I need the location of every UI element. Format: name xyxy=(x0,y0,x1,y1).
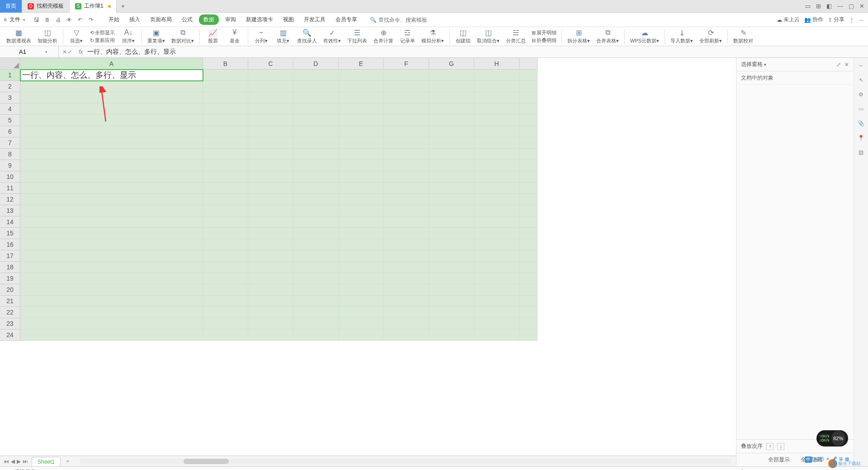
cell-G1[interactable] xyxy=(429,70,474,81)
row-header-18[interactable]: 18 xyxy=(0,262,20,273)
cell-H15[interactable] xyxy=(474,228,519,239)
cell-A16[interactable] xyxy=(20,239,203,250)
cell-H1[interactable] xyxy=(474,70,519,81)
row-header-15[interactable]: 15 xyxy=(0,228,20,239)
cell-B16[interactable] xyxy=(203,239,248,250)
cell-F12[interactable] xyxy=(384,194,429,205)
menu-tab-2[interactable]: 页面布局 xyxy=(146,14,175,25)
cell-G16[interactable] xyxy=(429,239,474,250)
menu-tab-0[interactable]: 开始 xyxy=(105,14,123,25)
btn-compare[interactable]: ⧉数据对比▾ xyxy=(169,28,197,45)
btn-split[interactable]: ⫟分列▾ xyxy=(251,28,272,45)
cell-D13[interactable] xyxy=(293,205,339,216)
cell-H10[interactable] xyxy=(474,171,519,183)
cell-B3[interactable] xyxy=(203,92,248,103)
cell-D21[interactable] xyxy=(293,296,339,307)
row-header-24[interactable]: 24 xyxy=(0,329,20,341)
cell-C20[interactable] xyxy=(248,284,293,296)
command-search-input[interactable] xyxy=(378,17,442,23)
btn-subtotal[interactable]: ☱分类汇总 xyxy=(503,28,528,45)
add-sheet-icon[interactable]: ＋ xyxy=(61,457,75,465)
cell-B14[interactable] xyxy=(203,216,248,228)
cell-H16[interactable] xyxy=(474,239,519,250)
row-header-6[interactable]: 6 xyxy=(0,126,20,137)
btn-fill[interactable]: ▥填充▾ xyxy=(273,28,293,45)
row-header-7[interactable]: 7 xyxy=(0,137,20,149)
cloud-status[interactable]: ☁未上云 xyxy=(777,16,800,24)
cell-D12[interactable] xyxy=(293,194,339,205)
cell-G3[interactable] xyxy=(429,92,474,103)
cell-H5[interactable] xyxy=(474,115,519,126)
btn-group[interactable]: ◫创建组 xyxy=(453,28,473,45)
cell-G6[interactable] xyxy=(429,126,474,137)
row-header-14[interactable]: 14 xyxy=(0,216,20,228)
cell-F7[interactable] xyxy=(384,137,429,149)
cell-E8[interactable] xyxy=(339,149,384,160)
cell-C17[interactable] xyxy=(248,250,293,262)
btn-filter[interactable]: ▽筛选▾ xyxy=(66,28,87,45)
cell-C2[interactable] xyxy=(248,81,293,92)
cell-H24[interactable] xyxy=(474,329,519,341)
nav-last-icon[interactable]: ⏭ xyxy=(23,458,28,465)
cell-D6[interactable] xyxy=(293,126,339,137)
command-search[interactable]: 🔍 xyxy=(370,17,442,23)
cell-E1[interactable] xyxy=(339,70,384,81)
row-header-10[interactable]: 10 xyxy=(0,171,20,183)
cell-B19[interactable] xyxy=(203,273,248,284)
menu-tab-4[interactable]: 数据 xyxy=(199,14,219,25)
col-header-C[interactable]: C xyxy=(248,58,293,70)
lang-icon[interactable]: 中▾ xyxy=(740,468,748,470)
btn-consol[interactable]: ⊕合并计算 xyxy=(371,28,396,45)
row-header-1[interactable]: 1 xyxy=(0,70,20,81)
name-box-input[interactable] xyxy=(0,48,45,55)
cell-H17[interactable] xyxy=(474,250,519,262)
cell-A18[interactable] xyxy=(20,262,203,273)
cell-F1[interactable] xyxy=(384,70,429,81)
cell-A11[interactable] xyxy=(20,183,203,194)
cell-D18[interactable] xyxy=(293,262,339,273)
row-header-9[interactable]: 9 xyxy=(0,160,20,171)
col-header-H[interactable]: H xyxy=(474,58,519,70)
cell-B8[interactable] xyxy=(203,149,248,160)
rstrip-select-icon[interactable]: ↔ xyxy=(859,62,864,69)
cell-C3[interactable] xyxy=(248,92,293,103)
cell-A7[interactable] xyxy=(20,137,203,149)
btn-expand[interactable]: ⊞展开明细 xyxy=(529,29,559,37)
row-header-13[interactable]: 13 xyxy=(0,205,20,216)
cell-E2[interactable] xyxy=(339,81,384,92)
row-header-3[interactable]: 3 xyxy=(0,92,20,103)
cell-H20[interactable] xyxy=(474,284,519,296)
cell-F6[interactable] xyxy=(384,126,429,137)
cell-B5[interactable] xyxy=(203,115,248,126)
cell-D15[interactable] xyxy=(293,228,339,239)
sheet-tab[interactable]: Sheet1 xyxy=(32,457,61,466)
btn-datav[interactable]: ✎数据校对 xyxy=(731,28,756,45)
rstrip-more-icon[interactable]: ▤ xyxy=(859,149,863,155)
cell-C6[interactable] xyxy=(248,126,293,137)
cell-G10[interactable] xyxy=(429,171,474,183)
cell-B24[interactable] xyxy=(203,329,248,341)
row-header-23[interactable]: 23 xyxy=(0,318,20,329)
cell-E12[interactable] xyxy=(339,194,384,205)
cell-C7[interactable] xyxy=(248,137,293,149)
share-button[interactable]: ⇪分享 xyxy=(828,16,844,24)
cell-G23[interactable] xyxy=(429,318,474,329)
cell-F14[interactable] xyxy=(384,216,429,228)
cell-G24[interactable] xyxy=(429,329,474,341)
btn-record[interactable]: ☲记录单 xyxy=(397,28,418,45)
cell-C1[interactable] xyxy=(248,70,293,81)
btn-pivot[interactable]: ▦数据透视表 xyxy=(4,28,34,45)
cell-G8[interactable] xyxy=(429,149,474,160)
qat-saveas-icon[interactable]: 🗎 xyxy=(42,15,52,25)
col-header-D[interactable]: D xyxy=(293,58,339,70)
menu-tab-5[interactable]: 审阅 xyxy=(222,14,240,25)
cell-B13[interactable] xyxy=(203,205,248,216)
btn-collapse[interactable]: ⊟折叠明细 xyxy=(529,37,559,44)
cell-F9[interactable] xyxy=(384,160,429,171)
cell-E24[interactable] xyxy=(339,329,384,341)
cell-B18[interactable] xyxy=(203,262,248,273)
btn-smart[interactable]: ◫智能分析 xyxy=(35,28,60,45)
cell-E16[interactable] xyxy=(339,239,384,250)
cell-F24[interactable] xyxy=(384,329,429,341)
cell-A3[interactable] xyxy=(20,92,203,103)
